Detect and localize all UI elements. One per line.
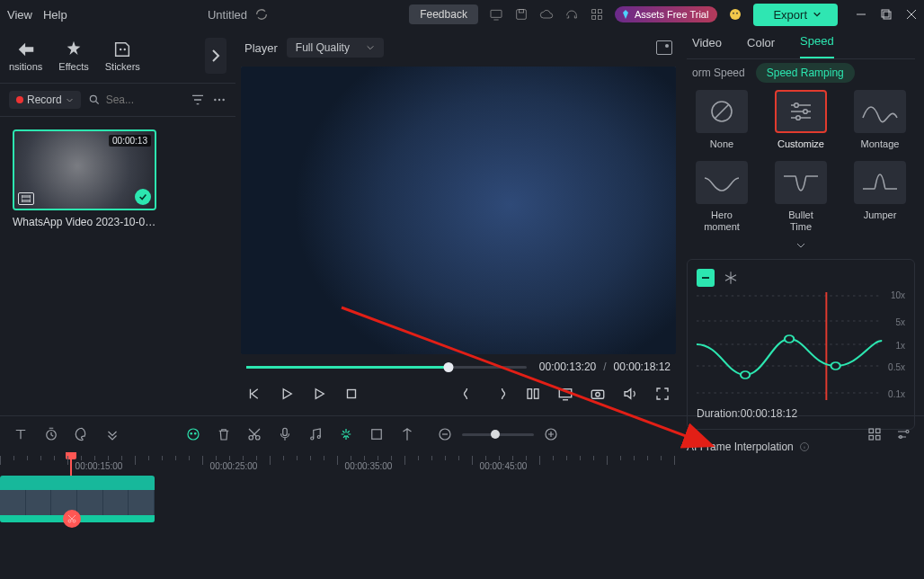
- crop-icon[interactable]: [369, 426, 385, 442]
- text-tool-icon[interactable]: [13, 426, 29, 442]
- assets-trial-pill[interactable]: Assets Free Trial: [615, 6, 718, 22]
- svg-rect-54: [876, 436, 881, 441]
- preset-hero-moment[interactable]: Hero moment: [689, 161, 755, 233]
- subtab-speed-ramping[interactable]: Speed Ramping: [756, 63, 855, 83]
- more-tools-icon[interactable]: [104, 426, 120, 442]
- svg-point-14: [90, 95, 96, 102]
- svg-rect-0: [491, 10, 502, 17]
- grid-icon[interactable]: [866, 426, 883, 442]
- freeze-frame-icon[interactable]: [724, 271, 738, 285]
- expand-presets-button[interactable]: [687, 241, 915, 250]
- customize-icon: [787, 100, 814, 123]
- ai-tool-icon[interactable]: [185, 426, 201, 442]
- tab-transitions[interactable]: nsitions: [9, 40, 42, 72]
- fullscreen-icon[interactable]: [654, 386, 671, 402]
- tab-video[interactable]: Video: [692, 36, 722, 58]
- palette-tool-icon[interactable]: [74, 426, 90, 442]
- time-separator: /: [603, 361, 606, 373]
- sync-icon: [254, 7, 269, 22]
- scrub-bar[interactable]: 00:00:13:20 / 00:00:18:12: [241, 358, 676, 376]
- panel-next-button[interactable]: [205, 38, 227, 74]
- play-icon[interactable]: [279, 386, 295, 402]
- svg-rect-51: [869, 429, 874, 433]
- speed-ramp-graph[interactable]: 10x 5x 1x 0.5x 0.1x: [697, 292, 905, 400]
- monitor-icon[interactable]: [489, 7, 503, 22]
- svg-rect-20: [528, 389, 532, 399]
- zoom-out-icon[interactable]: [437, 426, 453, 442]
- record-button[interactable]: Record: [9, 91, 81, 109]
- svg-point-37: [831, 362, 840, 370]
- remove-keyframe-button[interactable]: [697, 269, 715, 287]
- time-total: 00:00:18:12: [614, 361, 671, 373]
- clip-type-icon: [18, 192, 34, 205]
- minimize-icon[interactable]: [856, 9, 866, 20]
- preset-customize[interactable]: Customize: [768, 90, 834, 150]
- apps-icon[interactable]: [590, 7, 604, 22]
- search-input[interactable]: [106, 94, 160, 106]
- svg-rect-48: [372, 430, 382, 440]
- magnet-icon[interactable]: [338, 426, 354, 442]
- mark-in-icon[interactable]: [460, 386, 476, 402]
- subtab-uniform-speed[interactable]: orm Speed: [692, 67, 745, 79]
- marker-icon[interactable]: [399, 426, 415, 442]
- prev-frame-icon[interactable]: [246, 386, 262, 402]
- preset-jumper[interactable]: Jumper: [847, 161, 913, 233]
- display-icon[interactable]: [557, 386, 573, 402]
- stop-icon[interactable]: [343, 386, 360, 402]
- preset-bullet-time[interactable]: Bullet Time: [768, 161, 834, 233]
- save-icon[interactable]: [514, 7, 529, 22]
- timer-tool-icon[interactable]: [43, 426, 59, 442]
- more-icon[interactable]: [212, 93, 227, 107]
- svg-point-35: [741, 371, 750, 379]
- snapshot-icon[interactable]: [656, 40, 672, 55]
- player-quality-select[interactable]: Full Quality: [287, 38, 384, 58]
- feedback-button[interactable]: Feedback: [409, 4, 478, 24]
- info-icon: [799, 441, 810, 452]
- hero-icon: [703, 171, 741, 194]
- volume-icon[interactable]: [622, 386, 638, 402]
- cut-icon[interactable]: [246, 426, 262, 442]
- zoom-in-icon[interactable]: [543, 426, 559, 442]
- minus-icon: [701, 273, 710, 282]
- play-clip-icon[interactable]: [311, 386, 327, 402]
- zoom-slider[interactable]: [462, 433, 534, 436]
- tab-effects[interactable]: Effects: [58, 40, 88, 72]
- svg-point-26: [795, 103, 799, 108]
- mark-out-icon[interactable]: [493, 386, 509, 402]
- face-icon[interactable]: [728, 7, 742, 22]
- menu-help[interactable]: Help: [43, 8, 67, 22]
- split-handle[interactable]: [63, 510, 81, 528]
- svg-point-40: [188, 429, 199, 440]
- settings-icon[interactable]: [895, 426, 911, 442]
- headphones-icon[interactable]: [564, 7, 579, 22]
- close-icon[interactable]: [906, 9, 917, 20]
- maximize-icon[interactable]: [881, 9, 892, 20]
- svg-point-8: [733, 13, 735, 14]
- preset-none[interactable]: None: [689, 90, 755, 150]
- scissors-icon: [67, 513, 77, 524]
- svg-point-41: [191, 433, 192, 435]
- compare-icon[interactable]: [525, 386, 541, 402]
- svg-point-28: [796, 116, 801, 120]
- tab-color[interactable]: Color: [747, 36, 775, 58]
- filter-icon[interactable]: [191, 93, 205, 107]
- camera-icon[interactable]: [590, 386, 606, 402]
- menu-view[interactable]: View: [7, 8, 32, 22]
- tab-speed[interactable]: Speed: [800, 34, 834, 58]
- svg-rect-18: [22, 195, 31, 202]
- music-icon[interactable]: [307, 426, 324, 442]
- export-button[interactable]: Export: [753, 4, 838, 26]
- search-input-wrap[interactable]: [88, 94, 183, 106]
- preset-montage[interactable]: Montage: [847, 90, 913, 150]
- playhead[interactable]: [70, 452, 72, 476]
- tab-stickers[interactable]: Stickers: [105, 40, 140, 72]
- cloud-icon[interactable]: [539, 7, 554, 22]
- svg-rect-21: [535, 389, 539, 399]
- stickers-icon: [112, 40, 132, 59]
- svg-point-15: [214, 99, 216, 101]
- media-clip[interactable]: 00:00:13 WhatsApp Video 2023-10-05...: [13, 129, 156, 228]
- trash-icon[interactable]: [216, 426, 232, 442]
- timeline-ruler[interactable]: 00:00:15:00 00:00:25:00 00:00:35:00 00:0…: [0, 452, 924, 476]
- mic-icon[interactable]: [277, 426, 293, 442]
- svg-point-47: [317, 436, 320, 439]
